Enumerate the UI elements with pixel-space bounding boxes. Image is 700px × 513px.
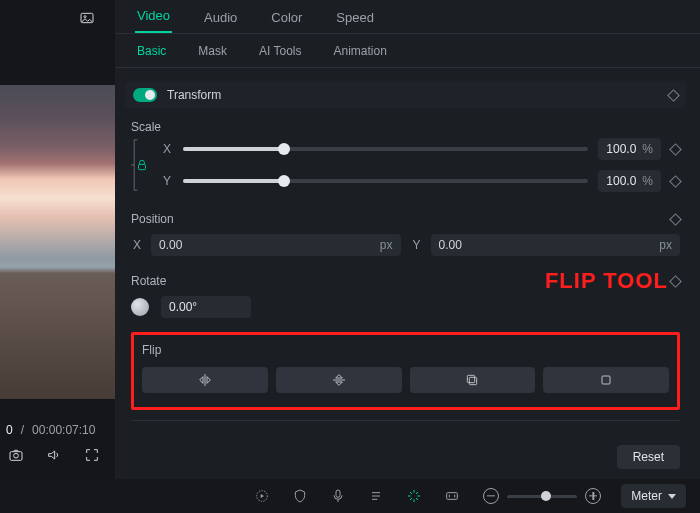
svg-rect-7 <box>602 376 610 384</box>
zoom-slider[interactable] <box>507 495 577 498</box>
scale-x-slider[interactable] <box>183 147 588 151</box>
rotate-keyframe[interactable] <box>669 275 682 288</box>
zoom-out-button[interactable] <box>483 488 499 504</box>
scale-y-slider[interactable] <box>183 179 588 183</box>
flip-horizontal-button[interactable] <box>142 367 268 393</box>
time-duration: 00:00:07:10 <box>32 423 95 437</box>
scale-x-keyframe[interactable] <box>669 143 682 156</box>
flip-vertical-button[interactable] <box>276 367 402 393</box>
scale-lock-icon[interactable] <box>135 158 149 172</box>
rotate-label: Rotate <box>131 274 166 288</box>
transform-toggle[interactable] <box>133 88 157 102</box>
ai-effects-icon[interactable] <box>406 488 422 504</box>
time-bar: 0 / 00:00:07:10 <box>0 419 115 441</box>
position-y-axis-label: Y <box>411 238 423 252</box>
subtab-basic[interactable]: Basic <box>135 40 168 62</box>
subtab-aitools[interactable]: AI Tools <box>257 40 303 62</box>
position-keyframe[interactable] <box>669 213 682 226</box>
scale-label: Scale <box>131 120 680 134</box>
svg-rect-9 <box>336 490 340 497</box>
video-preview[interactable] <box>0 85 115 399</box>
properties-panel: Video Audio Color Speed Basic Mask AI To… <box>115 0 700 479</box>
aspect-ratio-icon[interactable] <box>444 488 460 504</box>
timeline-footer: Meter <box>0 479 700 513</box>
zoom-control <box>483 488 601 504</box>
transform-label: Transform <box>167 88 221 102</box>
position-y-input[interactable]: 0.00 px <box>431 234 681 256</box>
svg-rect-5 <box>470 377 477 384</box>
snapshot-icon[interactable] <box>8 447 24 463</box>
tab-audio[interactable]: Audio <box>202 2 239 33</box>
chevron-down-icon <box>668 494 676 499</box>
meter-dropdown[interactable]: Meter <box>621 484 686 508</box>
scale-y-keyframe[interactable] <box>669 175 682 188</box>
subtab-mask[interactable]: Mask <box>196 40 229 62</box>
image-icon[interactable] <box>79 10 95 26</box>
flip-highlight-box: Flip <box>131 332 680 410</box>
flip-crop-button[interactable] <box>543 367 669 393</box>
volume-icon[interactable] <box>46 447 62 463</box>
subtab-animation[interactable]: Animation <box>331 40 388 62</box>
preview-column: 0 / 00:00:07:10 <box>0 0 115 479</box>
sub-tabs: Basic Mask AI Tools Animation <box>115 34 700 68</box>
flip-label: Flip <box>142 343 161 357</box>
main-tabs: Video Audio Color Speed <box>115 0 700 34</box>
tab-speed[interactable]: Speed <box>334 2 376 33</box>
scale-y-input[interactable]: 100.0 % <box>598 170 661 192</box>
svg-rect-6 <box>468 375 475 382</box>
position-x-axis-label: X <box>131 238 143 252</box>
svg-point-3 <box>14 453 19 458</box>
svg-rect-4 <box>139 164 146 169</box>
transform-section: Transform <box>125 82 686 108</box>
fullscreen-icon[interactable] <box>84 447 100 463</box>
shield-icon[interactable] <box>292 488 308 504</box>
position-label: Position <box>131 212 174 226</box>
list-icon[interactable] <box>368 488 384 504</box>
compositing-section: Compositing <box>131 431 680 435</box>
scale-y-axis-label: Y <box>161 174 173 188</box>
time-current: 0 <box>6 423 13 437</box>
rotate-input[interactable]: 0.00° <box>161 296 251 318</box>
rotate-dial[interactable] <box>131 298 149 316</box>
zoom-in-button[interactable] <box>585 488 601 504</box>
svg-point-1 <box>84 15 86 17</box>
tab-color[interactable]: Color <box>269 2 304 33</box>
scale-x-axis-label: X <box>161 142 173 156</box>
scale-x-input[interactable]: 100.0 % <box>598 138 661 160</box>
flip-copy-button[interactable] <box>410 367 536 393</box>
position-x-input[interactable]: 0.00 px <box>151 234 401 256</box>
svg-rect-10 <box>447 493 458 500</box>
play-icon[interactable] <box>254 488 270 504</box>
tab-video[interactable]: Video <box>135 0 172 33</box>
divider <box>131 420 680 421</box>
transform-keyframe[interactable] <box>667 89 680 102</box>
reset-button[interactable]: Reset <box>617 445 680 469</box>
time-separator: / <box>21 423 24 437</box>
mic-icon[interactable] <box>330 488 346 504</box>
